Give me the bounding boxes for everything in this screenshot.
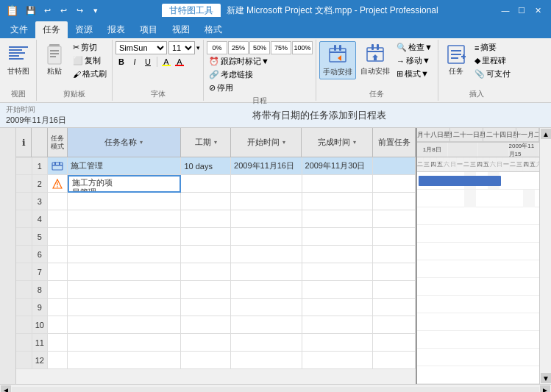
move-btn[interactable]: → 移动▼ bbox=[394, 54, 435, 67]
disable-btn[interactable]: ⊘ 停用 bbox=[207, 82, 313, 94]
row8-name[interactable] bbox=[68, 281, 181, 298]
row5-finish[interactable] bbox=[302, 228, 373, 245]
mode-btn[interactable]: ⊞ 模式▼ bbox=[394, 68, 435, 80]
row3-start[interactable] bbox=[231, 193, 302, 210]
redo-qa-btn[interactable]: ↪ bbox=[73, 4, 86, 17]
row11-finish[interactable] bbox=[302, 334, 373, 351]
table-row[interactable]: 1 施工管理 10 days 2009年11月16日 2009年11月30日 bbox=[16, 157, 416, 175]
row2-finish-cell[interactable] bbox=[302, 175, 373, 192]
row5-pred[interactable] bbox=[373, 228, 416, 245]
minimize-btn[interactable]: — bbox=[498, 4, 513, 17]
gantt-bar-1[interactable] bbox=[419, 176, 501, 186]
table-row[interactable]: 11 bbox=[16, 334, 416, 352]
table-row[interactable]: 9 bbox=[16, 299, 416, 316]
cut-btn[interactable]: ✂ 剪切 bbox=[71, 41, 109, 54]
row10-name[interactable] bbox=[68, 316, 181, 333]
manual-schedule-btn[interactable]: 手动安排 bbox=[319, 41, 356, 79]
vertical-scrollbar[interactable]: ▲ ▼ bbox=[539, 128, 551, 384]
row4-dur[interactable] bbox=[181, 210, 231, 227]
scroll-track[interactable] bbox=[540, 140, 551, 372]
pct-75-btn[interactable]: 75% bbox=[271, 41, 291, 54]
table-row[interactable]: 7 bbox=[16, 263, 416, 281]
hscroll-track[interactable] bbox=[12, 387, 539, 393]
font-color-btn[interactable]: A bbox=[174, 56, 185, 68]
save-qa-btn[interactable]: 💾 bbox=[24, 4, 38, 17]
tab-format[interactable]: 格式 bbox=[197, 21, 230, 38]
row9-finish[interactable] bbox=[302, 299, 373, 316]
row9-start[interactable] bbox=[231, 299, 302, 316]
close-btn[interactable]: ✕ bbox=[530, 4, 545, 17]
format-painter-btn[interactable]: 🖌 格式刷 bbox=[71, 68, 109, 80]
scroll-up-btn[interactable]: ▲ bbox=[541, 129, 551, 139]
task-insert-btn[interactable]: 任务 bbox=[441, 41, 471, 78]
row9-dur[interactable] bbox=[181, 299, 231, 316]
scroll-left-btn[interactable]: ◄ bbox=[1, 385, 11, 393]
row11-dur[interactable] bbox=[181, 334, 231, 351]
row9-pred[interactable] bbox=[373, 299, 416, 316]
undo2-qa-btn[interactable]: ↩ bbox=[57, 4, 70, 17]
track-mark-btn[interactable]: ⏰ 跟踪时标记▼ bbox=[207, 55, 313, 68]
row2-start-cell[interactable] bbox=[231, 175, 302, 192]
row3-dur[interactable] bbox=[181, 193, 231, 210]
copy-btn[interactable]: ⬜ 复制 bbox=[71, 54, 109, 67]
row8-start[interactable] bbox=[231, 281, 302, 298]
tab-file[interactable]: 文件 bbox=[3, 21, 35, 38]
row12-dur[interactable] bbox=[181, 352, 231, 368]
row6-pred[interactable] bbox=[373, 246, 416, 263]
row7-name[interactable] bbox=[68, 263, 181, 280]
tab-view[interactable]: 视图 bbox=[165, 21, 197, 38]
bold-btn[interactable]: B bbox=[115, 56, 127, 68]
pct-50-btn[interactable]: 50% bbox=[249, 41, 270, 54]
row6-start[interactable] bbox=[231, 246, 302, 263]
row6-finish[interactable] bbox=[302, 246, 373, 263]
maximize-btn[interactable]: ☐ bbox=[514, 4, 529, 17]
row12-name[interactable] bbox=[68, 352, 181, 368]
row10-pred[interactable] bbox=[373, 316, 416, 333]
gantt-view-btn[interactable]: 甘特图 bbox=[4, 41, 33, 78]
font-size-dropdown[interactable]: ▾ bbox=[196, 44, 200, 51]
auto-schedule-btn[interactable]: 自动安排 bbox=[358, 41, 393, 78]
row3-pred[interactable] bbox=[373, 193, 416, 210]
row7-finish[interactable] bbox=[302, 263, 373, 280]
col-header-duration[interactable]: 工期 ▾ bbox=[181, 128, 231, 157]
tab-resource[interactable]: 资源 bbox=[68, 21, 100, 38]
row12-start[interactable] bbox=[231, 352, 302, 368]
row3-name[interactable] bbox=[68, 193, 181, 210]
row1-name-cell[interactable]: 施工管理 bbox=[68, 157, 181, 174]
check-btn[interactable]: 🔍 检查▼ bbox=[394, 41, 435, 54]
pct-25-btn[interactable]: 25% bbox=[228, 41, 249, 54]
summary-btn[interactable]: ≡ 摘要 bbox=[472, 41, 513, 54]
scroll-down-btn[interactable]: ▼ bbox=[541, 373, 551, 383]
table-row[interactable]: 5 bbox=[16, 228, 416, 246]
col-header-start[interactable]: 开始时间 ▾ bbox=[231, 128, 302, 157]
undo-qa-btn[interactable]: ↩ bbox=[40, 4, 54, 17]
milestone-btn[interactable]: ◆ 里程碑 bbox=[472, 54, 513, 67]
tab-task[interactable]: 任务 bbox=[35, 21, 68, 38]
row10-start[interactable] bbox=[231, 316, 302, 333]
table-row[interactable]: 12 bbox=[16, 352, 416, 369]
table-row[interactable]: 8 bbox=[16, 281, 416, 299]
font-name-select[interactable]: SimSun bbox=[115, 41, 167, 54]
row8-dur[interactable] bbox=[181, 281, 231, 298]
row6-dur[interactable] bbox=[181, 246, 231, 263]
pct-100-btn[interactable]: 100% bbox=[292, 41, 313, 54]
row5-name[interactable] bbox=[68, 228, 181, 245]
row8-finish[interactable] bbox=[302, 281, 373, 298]
row7-start[interactable] bbox=[231, 263, 302, 280]
scroll-right-btn[interactable]: ► bbox=[540, 385, 550, 393]
row12-pred[interactable] bbox=[373, 352, 416, 368]
row8-pred[interactable] bbox=[373, 281, 416, 298]
row10-dur[interactable] bbox=[181, 316, 231, 333]
row2-name-cell[interactable]: 施工方的项目管理 bbox=[68, 175, 181, 193]
table-row[interactable]: 10 bbox=[16, 316, 416, 334]
qa-dropdown-btn[interactable]: ▾ bbox=[89, 4, 102, 17]
tab-report[interactable]: 报表 bbox=[100, 21, 132, 38]
row10-finish[interactable] bbox=[302, 316, 373, 333]
row1-start-cell[interactable]: 2009年11月16日 bbox=[231, 157, 302, 174]
tab-project[interactable]: 项目 bbox=[132, 21, 165, 38]
consider-links-btn[interactable]: 🔗 考虑链接 bbox=[207, 68, 313, 81]
underline-btn[interactable]: U bbox=[142, 56, 154, 68]
deliverable-btn[interactable]: 📎 可支付 bbox=[472, 68, 513, 80]
row1-pred-cell[interactable] bbox=[373, 157, 416, 174]
row11-name[interactable] bbox=[68, 334, 181, 351]
